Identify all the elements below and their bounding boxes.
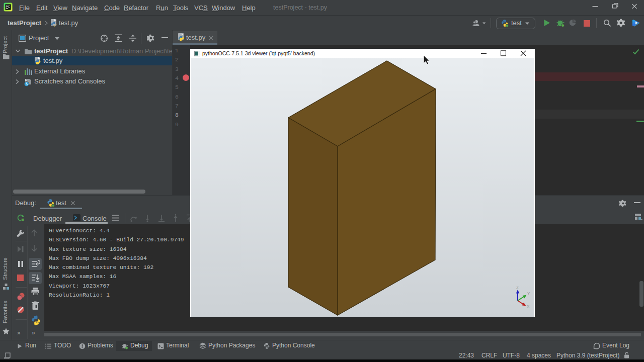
- svg-text:PC: PC: [6, 5, 11, 8]
- svg-text:X: X: [527, 304, 530, 309]
- svg-text:Y: Y: [527, 291, 530, 296]
- svg-text:Z: Z: [516, 286, 519, 290]
